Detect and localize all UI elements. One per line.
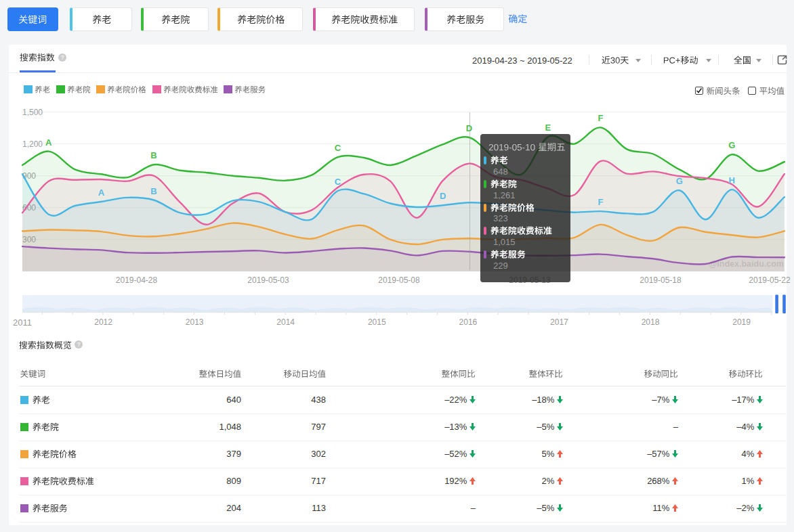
svg-text:2019-05-18: 2019-05-18 — [640, 275, 682, 285]
svg-text:E: E — [545, 123, 551, 133]
svg-text:1,500: 1,500 — [22, 108, 43, 117]
svg-text:2017: 2017 — [550, 317, 568, 327]
svg-text:B: B — [150, 186, 156, 196]
svg-text:2012: 2012 — [94, 317, 112, 327]
svg-text:2019-05-22: 2019-05-22 — [749, 275, 791, 285]
svg-text:F: F — [598, 113, 603, 123]
svg-text:2014: 2014 — [276, 317, 295, 327]
svg-text:2019-04-28: 2019-04-28 — [116, 275, 158, 285]
svg-text:G: G — [728, 140, 735, 150]
svg-text:A: A — [45, 137, 52, 148]
svg-text:1,200: 1,200 — [22, 139, 43, 149]
svg-text:D: D — [466, 123, 472, 133]
svg-text:2016: 2016 — [459, 317, 478, 327]
svg-text:2019: 2019 — [732, 317, 751, 327]
svg-text:C: C — [335, 177, 341, 187]
svg-text:H: H — [729, 175, 735, 185]
svg-text:2018: 2018 — [642, 317, 660, 327]
svg-text:2011: 2011 — [13, 317, 32, 328]
svg-text:G: G — [676, 176, 683, 186]
svg-text:2013: 2013 — [186, 317, 204, 327]
svg-text:2019-05-08: 2019-05-08 — [378, 275, 420, 285]
svg-text:2019-05-03: 2019-05-03 — [247, 275, 289, 285]
svg-text:2015: 2015 — [368, 317, 386, 327]
svg-text:A: A — [98, 187, 105, 198]
svg-text:F: F — [598, 197, 603, 207]
svg-text:C: C — [335, 143, 341, 153]
svg-text:B: B — [150, 150, 156, 160]
svg-text:@index.baidu.com: @index.baidu.com — [709, 259, 784, 269]
svg-text:D: D — [440, 191, 446, 201]
